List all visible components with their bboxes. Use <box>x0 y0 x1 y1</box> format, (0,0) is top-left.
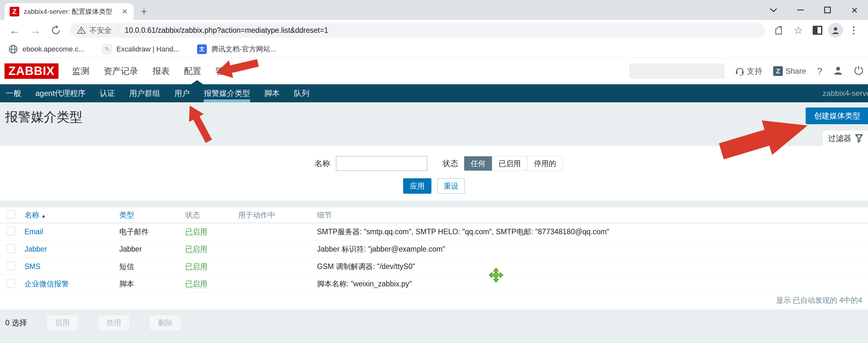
table-summary: 显示 已自动发现的 4中的4 <box>0 293 868 308</box>
url-divider <box>118 26 118 34</box>
media-type-name-link[interactable]: 企业微信报警 <box>25 280 69 288</box>
submenu-item-media-types[interactable]: 报警媒介类型 <box>204 84 250 102</box>
bulk-enable-button[interactable]: 启用 <box>46 315 79 331</box>
apply-button[interactable]: 应用 <box>403 178 431 194</box>
bookmark-item[interactable]: ebook.apecome.c... <box>8 45 84 54</box>
filter-label: 过滤器 <box>828 133 851 143</box>
selected-count: 0 选择 <box>5 318 27 328</box>
browser-window: Z zabbix4-server: 配置媒体类型 × + × ← → 不安全 <box>0 0 868 343</box>
status-badge[interactable]: 已启用 <box>185 262 207 271</box>
filter-name-label: 名称 <box>315 158 330 169</box>
new-tab-button[interactable]: + <box>141 6 147 17</box>
url-text[interactable]: 10.0.0.61/zabbix/zabbix.php?action=media… <box>125 26 328 35</box>
sort-ascending-icon: ▲ <box>41 213 46 219</box>
menu-item-monitoring[interactable]: 监测 <box>72 65 89 77</box>
media-type-type: Jabber <box>119 245 142 253</box>
security-status-label[interactable]: 不安全 <box>89 25 112 35</box>
status-segmented-control: 任何 已启用 停用的 <box>464 156 563 171</box>
zabbix-favicon-icon: Z <box>10 7 19 17</box>
not-secure-warning-icon <box>77 26 86 34</box>
media-type-table: 名称▲ 类型 状态 用于动作中 细节 Email 电子邮件 已启用 SMTP服务… <box>0 207 868 310</box>
bookmark-item[interactable]: ✎ Excalidraw | Hand... <box>102 45 179 54</box>
status-badge[interactable]: 已启用 <box>185 228 207 236</box>
create-media-type-button[interactable]: 创建媒体类型 <box>806 108 868 124</box>
select-all-checkbox[interactable] <box>6 210 15 219</box>
filter-status-label: 状态 <box>443 158 458 169</box>
window-close-button[interactable]: × <box>841 0 868 20</box>
row-checkbox[interactable] <box>6 244 15 253</box>
bookmarks-bar: ebook.apecome.c... ✎ Excalidraw | Hand..… <box>0 40 868 58</box>
submenu-item-users[interactable]: 用户 <box>174 84 190 102</box>
browser-tab-bar: Z zabbix4-server: 配置媒体类型 × + × <box>0 0 868 20</box>
share-icon[interactable] <box>770 22 787 39</box>
address-bar[interactable]: 不安全 10.0.0.61/zabbix/zabbix.php?action=m… <box>70 23 765 38</box>
help-icon[interactable]: ? <box>817 66 823 77</box>
back-button[interactable]: ← <box>6 21 24 39</box>
forward-button[interactable]: → <box>26 21 44 39</box>
window-controls: × <box>760 0 868 20</box>
table-row: SMS 短信 已启用 GSM 调制解调器: "/dev/ttyS0" <box>0 258 868 276</box>
globe-icon <box>8 45 18 54</box>
submenu-item-queue[interactable]: 队列 <box>294 84 309 102</box>
minimize-button[interactable] <box>787 0 814 20</box>
status-option-any[interactable]: 任何 <box>464 156 492 171</box>
support-link[interactable]: 支持 <box>735 66 762 76</box>
details-cell: Jabber 标识符: "jabber@example.com" <box>317 245 445 253</box>
media-type-name-link[interactable]: SMS <box>25 262 40 270</box>
menu-item-reports[interactable]: 报表 <box>152 65 170 77</box>
main-menu: 监测 资产记录 报表 配置 管理 <box>72 65 233 77</box>
browser-menu-icon[interactable] <box>845 22 862 39</box>
menu-item-configuration[interactable]: 配置 <box>184 65 201 77</box>
column-header-name[interactable]: 名称 <box>25 211 39 219</box>
column-header-used-in-actions: 用于动作中 <box>238 211 275 219</box>
reset-button[interactable]: 重设 <box>437 178 465 194</box>
bookmark-label: 腾讯文档-官方网站... <box>211 45 276 54</box>
menu-item-administration[interactable]: 管理 <box>215 65 233 77</box>
tab-title: zabbix4-server: 配置媒体类型 <box>24 7 116 16</box>
status-option-disabled[interactable]: 停用的 <box>527 156 563 171</box>
table-row: 企业微信报警 脚本 已启用 脚本名称: "weixin_zabbix.py" <box>0 276 868 293</box>
row-checkbox[interactable] <box>6 262 15 270</box>
tab-close-icon[interactable]: × <box>121 7 129 16</box>
tab-search-chevron-icon[interactable] <box>760 0 787 20</box>
details-cell: GSM 调制解调器: "/dev/ttyS0" <box>317 262 415 270</box>
media-type-name-link[interactable]: Email <box>25 228 43 236</box>
submenu-item-proxies[interactable]: agent代理程序 <box>35 84 86 102</box>
header-search-box[interactable] <box>629 64 724 79</box>
row-checkbox[interactable] <box>6 279 15 288</box>
column-header-type[interactable]: 类型 <box>119 211 134 219</box>
filter-name-input[interactable] <box>336 156 427 171</box>
search-input[interactable] <box>633 65 726 78</box>
title-row: 报警媒介类型 创建媒体类型 <box>0 102 868 131</box>
submenu-item-general[interactable]: 一般 <box>6 84 21 102</box>
submenu-item-authentication[interactable]: 认证 <box>100 84 115 102</box>
maximize-button[interactable] <box>814 0 841 20</box>
bulk-disable-button[interactable]: 禁用 <box>98 315 130 331</box>
profile-avatar[interactable] <box>828 23 843 38</box>
menu-item-inventory[interactable]: 资产记录 <box>103 65 138 77</box>
zabbix-logo[interactable]: ZABBIX <box>4 63 59 79</box>
side-panel-icon[interactable] <box>809 22 826 39</box>
table-header-row: 名称▲ 类型 状态 用于动作中 细节 <box>0 207 868 223</box>
user-profile-icon[interactable] <box>833 66 843 77</box>
reload-button[interactable] <box>47 21 65 39</box>
table-row: Jabber Jabber 已启用 Jabber 标识符: "jabber@ex… <box>0 241 868 258</box>
logout-icon[interactable] <box>854 66 864 77</box>
status-option-enabled[interactable]: 已启用 <box>492 156 527 171</box>
bookmark-star-icon[interactable]: ☆ <box>789 22 807 39</box>
browser-toolbar: ← → 不安全 10.0.0.61/zabbix/zabbix.php?acti… <box>0 20 868 40</box>
row-checkbox[interactable] <box>6 227 15 235</box>
browser-tab[interactable]: Z zabbix4-server: 配置媒体类型 × <box>4 3 134 20</box>
status-badge[interactable]: 已启用 <box>185 245 207 254</box>
filter-tab-row: 过滤器 <box>0 131 868 146</box>
media-type-name-link[interactable]: Jabber <box>25 245 47 253</box>
submenu-item-scripts[interactable]: 脚本 <box>264 84 280 102</box>
share-link[interactable]: Z Share <box>773 66 806 76</box>
filter-toggle-tab[interactable]: 过滤器 <box>823 131 868 146</box>
bulk-delete-button[interactable]: 删除 <box>149 315 181 331</box>
media-type-type: 电子邮件 <box>119 228 149 236</box>
status-badge[interactable]: 已启用 <box>185 280 207 288</box>
bookmark-item[interactable]: 文 腾讯文档-官方网站... <box>197 45 276 54</box>
excalidraw-favicon-icon: ✎ <box>102 45 112 54</box>
submenu-item-user-groups[interactable]: 用户群组 <box>129 84 160 102</box>
